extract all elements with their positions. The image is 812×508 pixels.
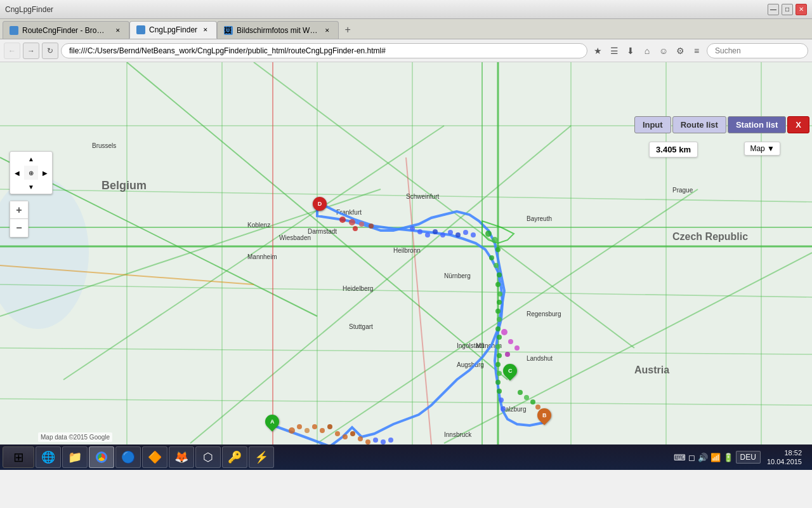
tab-bar: RouteCngFinder - Browse ... ✕ CngLpgFind… <box>0 19 812 39</box>
svg-text:Darmstadt: Darmstadt <box>308 228 337 235</box>
svg-text:Austria: Austria <box>634 364 669 375</box>
ftp-icon: ⚡ <box>254 450 268 464</box>
pan-downright-button[interactable] <box>38 180 52 194</box>
chrome-icon <box>96 451 107 463</box>
app-close-button[interactable]: X <box>787 116 809 133</box>
svg-text:Nürnberg: Nürnberg <box>444 272 471 279</box>
taskbar: ⊞ 🌐 📁 🔵 🔶 🦊 ⬡ 🔑 ⚡ ⌨ ◻ 🔊 📶 🔋 DEU 18:52 10… <box>0 444 812 470</box>
pan-right-button[interactable]: ▶ <box>38 166 52 180</box>
svg-text:Regensburg: Regensburg <box>527 311 561 318</box>
tab1-close[interactable]: ✕ <box>114 26 122 35</box>
tab-routecngfinder[interactable]: RouteCngFinder - Browse ... ✕ <box>3 21 129 39</box>
svg-text:Landshut: Landshut <box>527 355 553 362</box>
taskbar-item-app1[interactable]: 🔵 <box>115 446 141 468</box>
svg-text:Frankfurt: Frankfurt <box>336 209 362 216</box>
taskbar-item-ftp[interactable]: ⚡ <box>249 446 274 468</box>
maximize-button[interactable]: □ <box>782 4 793 15</box>
svg-text:Czech Republic: Czech Republic <box>672 231 748 242</box>
tab3-close[interactable]: ✕ <box>323 26 332 35</box>
back-button[interactable]: ← <box>4 43 20 59</box>
toolbar-icons: ★ ☰ ⬇ ⌂ ☺ ⚙ ≡ <box>590 43 704 58</box>
tab2-close[interactable]: ✕ <box>201 25 210 34</box>
title-bar-controls: — □ ✕ <box>768 4 807 15</box>
system-tray: ⌨ ◻ 🔊 📶 🔋 DEU 18:52 10.04.2015 <box>670 448 809 467</box>
input-button[interactable]: Input <box>634 116 671 133</box>
pan-upright-button[interactable] <box>38 152 52 166</box>
language-button[interactable]: DEU <box>736 451 761 464</box>
pan-center-button[interactable]: ⊕ <box>24 166 38 180</box>
title-bar: CngLpgFinder — □ ✕ <box>0 0 812 19</box>
reader-icon[interactable]: ☰ <box>606 43 622 58</box>
taskbar-item-chrome[interactable] <box>89 446 114 468</box>
distance-label: 3.405 km <box>649 142 698 157</box>
tab-cnglpgfinder[interactable]: CngLpgFinder ✕ <box>129 21 217 39</box>
search-input[interactable] <box>707 43 808 58</box>
svg-text:Schweinfurt: Schweinfurt <box>406 193 439 200</box>
pan-up-button[interactable]: ▲ <box>24 152 38 166</box>
keyboard-icon[interactable]: ⌨ <box>674 453 686 462</box>
taskbar-item-files[interactable]: 📁 <box>62 446 88 468</box>
system-clock[interactable]: 18:52 10.04.2015 <box>763 448 806 467</box>
map-type-dropdown-icon: ▼ <box>767 144 775 153</box>
new-tab-button[interactable]: + <box>339 21 357 39</box>
zoom-in-button[interactable]: + <box>10 201 28 219</box>
station-list-button[interactable]: Station list <box>728 116 786 133</box>
map-attribution: Map data ©2015 Google <box>38 432 112 442</box>
zoom-out-button[interactable]: − <box>10 219 28 237</box>
clock-date: 10.04.2015 <box>767 457 802 466</box>
tab2-favicon <box>136 25 145 34</box>
battery-icon[interactable]: 🔋 <box>723 453 733 462</box>
menu-icon[interactable]: ≡ <box>689 43 704 58</box>
app4-icon: 🔑 <box>228 450 242 464</box>
window-manager-icon[interactable]: ◻ <box>688 453 695 462</box>
minimize-button[interactable]: — <box>768 4 779 15</box>
map-container[interactable]: Belgium Czech Republic Austria Switzerla… <box>0 62 812 444</box>
taskbar-item-app2[interactable]: 🔶 <box>142 446 167 468</box>
map-type-selector[interactable]: Map ▼ <box>744 142 780 156</box>
download-icon[interactable]: ⬇ <box>623 43 638 58</box>
pan-downleft-button[interactable] <box>10 180 24 194</box>
svg-text:Heilbronn: Heilbronn <box>393 247 421 254</box>
svg-text:Koblenz: Koblenz <box>247 222 270 229</box>
address-input[interactable] <box>61 43 587 58</box>
extensions-icon[interactable]: ⚙ <box>672 43 688 58</box>
tab3-favicon: 🖼 <box>224 26 233 35</box>
svg-text:Brussels: Brussels <box>92 142 116 149</box>
taskbar-item-app3[interactable]: ⬡ <box>195 446 221 468</box>
start-button[interactable]: ⊞ <box>3 446 34 468</box>
svg-text:Innsbruck: Innsbruck <box>444 431 472 438</box>
volume-icon[interactable]: 🔊 <box>698 453 708 462</box>
address-bar: ← → ↻ ★ ☰ ⬇ ⌂ ☺ ⚙ ≡ <box>0 39 812 62</box>
account-icon[interactable]: ☺ <box>656 43 671 58</box>
pan-upleft-button[interactable] <box>10 152 24 166</box>
svg-text:Bayreuth: Bayreuth <box>527 215 552 222</box>
browser-title: CngLpgFinder <box>5 5 53 14</box>
svg-text:Augsburg: Augsburg <box>457 361 484 368</box>
pan-down-button[interactable]: ▼ <box>24 180 38 194</box>
files-icon: 📁 <box>68 450 82 464</box>
route-list-button[interactable]: Route list <box>672 116 726 133</box>
taskbar-item-firefox[interactable]: 🦊 <box>169 446 194 468</box>
app3-icon: ⬡ <box>203 450 213 464</box>
reload-button[interactable]: ↻ <box>42 43 58 59</box>
app-button-group: Input Route list Station list X <box>634 116 809 133</box>
taskbar-item-app4[interactable]: 🔑 <box>222 446 247 468</box>
tab3-label: Bildschirmfotos mit Windo... <box>237 26 319 35</box>
svg-text:Ingolstadt: Ingolstadt <box>457 342 485 349</box>
ie-icon: 🌐 <box>41 450 55 464</box>
taskbar-item-ie[interactable]: 🌐 <box>36 446 61 468</box>
map-type-label: Map <box>750 144 764 153</box>
home-icon[interactable]: ⌂ <box>639 43 655 58</box>
network-icon[interactable]: 📶 <box>710 453 721 462</box>
tab-bildschirmfotos[interactable]: 🖼 Bildschirmfotos mit Windo... ✕ <box>217 21 339 39</box>
zoom-controls: + − <box>10 201 29 237</box>
bookmark-star-icon[interactable]: ★ <box>590 43 605 58</box>
window-close-button[interactable]: ✕ <box>796 4 807 15</box>
forward-button[interactable]: → <box>23 43 39 59</box>
tab1-favicon <box>10 26 18 35</box>
app1-icon: 🔵 <box>121 450 135 464</box>
svg-text:Wiesbaden: Wiesbaden <box>279 234 311 241</box>
tab2-label: CngLpgFinder <box>149 25 197 34</box>
start-icon: ⊞ <box>13 450 24 465</box>
pan-left-button[interactable]: ◀ <box>10 166 24 180</box>
